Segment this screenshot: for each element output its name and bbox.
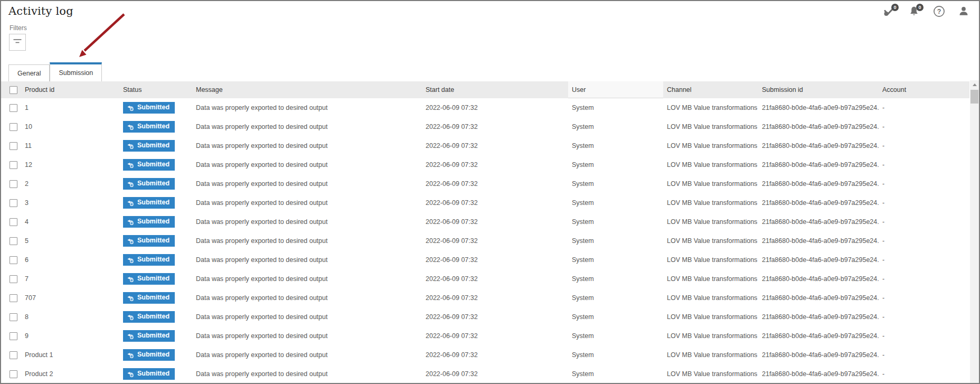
row-checkbox[interactable] (10, 199, 17, 207)
column-header-account[interactable]: Account (879, 86, 969, 93)
table-row: 11SubmittedData was properly exported to… (1, 136, 969, 155)
submitted-send-clock-icon (127, 199, 134, 207)
svg-text:?: ? (937, 7, 941, 15)
cell-user: System (568, 218, 663, 226)
tasks-button[interactable]: 0 (882, 5, 896, 19)
cell-message: Data was properly exported to desired ou… (192, 142, 422, 149)
row-checkbox-cell (1, 256, 21, 264)
row-checkbox[interactable] (10, 180, 17, 188)
submitted-send-clock-icon (127, 218, 134, 226)
row-checkbox[interactable] (10, 370, 17, 378)
cell-product-id: 10 (21, 123, 119, 130)
cell-channel: LOV MB Value transformations ... (663, 351, 758, 359)
page-title: Activity log (8, 5, 73, 17)
cell-submission-id: 21fa8680-b0de-4fa6-a0e9-b97a295e24... (758, 332, 879, 340)
column-header-status[interactable]: Status (119, 86, 192, 93)
scrollbar-thumb[interactable] (970, 90, 978, 104)
tab-submission[interactable]: Submission (50, 62, 102, 81)
row-checkbox[interactable] (10, 104, 17, 112)
cell-product-id: 4 (21, 218, 119, 226)
row-checkbox[interactable] (10, 294, 17, 302)
notifications-button[interactable]: 0 (907, 5, 921, 19)
cell-message: Data was properly exported to desired ou… (192, 275, 422, 283)
table-row: 2SubmittedData was properly exported to … (1, 174, 969, 193)
status-badge: Submitted (123, 102, 175, 114)
cell-product-id: 3 (21, 199, 119, 207)
row-checkbox[interactable] (10, 351, 17, 359)
cell-product-id: 11 (21, 142, 119, 149)
cell-channel: LOV MB Value transformations ... (663, 332, 758, 340)
cell-account: - (879, 123, 969, 130)
cell-user: System (568, 351, 663, 359)
column-header-product-id[interactable]: Product id (21, 86, 119, 93)
status-label: Submitted (137, 256, 169, 264)
tab-bar: General Submission (8, 62, 102, 81)
row-checkbox[interactable] (10, 256, 17, 264)
row-checkbox[interactable] (10, 161, 17, 169)
tab-general-label: General (17, 70, 41, 77)
account-button[interactable] (957, 5, 970, 19)
submitted-send-clock-icon (127, 275, 134, 283)
row-checkbox[interactable] (10, 332, 17, 340)
status-badge: Submitted (123, 178, 175, 190)
cell-user: System (568, 237, 663, 245)
vertical-scrollbar[interactable] (970, 80, 979, 384)
cell-account: - (879, 218, 969, 226)
row-checkbox-cell (1, 218, 21, 226)
column-header-user[interactable]: User (568, 81, 663, 98)
row-checkbox[interactable] (10, 142, 17, 150)
cell-account: - (879, 275, 969, 283)
cell-message: Data was properly exported to desired ou… (192, 332, 422, 340)
status-label: Submitted (137, 313, 169, 321)
cell-start-date: 2022-06-09 07:32 (422, 256, 568, 264)
row-checkbox-cell (1, 199, 21, 207)
table-row: Product 1SubmittedData was properly expo… (1, 345, 969, 364)
column-header-channel[interactable]: Channel (663, 86, 758, 93)
cell-channel: LOV MB Value transformations ... (663, 142, 758, 149)
column-header-start-date[interactable]: Start date (422, 86, 568, 93)
cell-submission-id: 21fa8680-b0de-4fa6-a0e9-b97a295e24... (758, 351, 879, 359)
row-checkbox[interactable] (10, 237, 17, 245)
cell-channel: LOV MB Value transformations ... (663, 370, 758, 378)
cell-account: - (879, 199, 969, 207)
cell-status: Submitted (119, 235, 192, 247)
table-row: 10SubmittedData was properly exported to… (1, 117, 969, 136)
row-checkbox[interactable] (10, 218, 17, 226)
tasks-count-badge: 0 (891, 4, 899, 11)
row-checkbox[interactable] (10, 275, 17, 283)
select-all-checkbox[interactable] (10, 86, 17, 94)
cell-start-date: 2022-06-09 07:32 (422, 294, 568, 302)
cell-status: Submitted (119, 216, 192, 228)
cell-account: - (879, 332, 969, 340)
row-checkbox[interactable] (10, 313, 17, 321)
filter-button[interactable] (9, 34, 26, 51)
cell-user: System (568, 294, 663, 302)
cell-message: Data was properly exported to desired ou… (192, 123, 422, 130)
status-badge: Submitted (123, 140, 175, 152)
cell-message: Data was properly exported to desired ou… (192, 237, 422, 245)
row-checkbox-cell (1, 332, 21, 340)
cell-start-date: 2022-06-09 07:32 (422, 351, 568, 359)
row-checkbox[interactable] (10, 123, 17, 131)
cell-account: - (879, 256, 969, 264)
row-checkbox-cell (1, 313, 21, 321)
cell-submission-id: 21fa8680-b0de-4fa6-a0e9-b97a295e24... (758, 161, 879, 168)
help-button[interactable]: ? (932, 5, 946, 19)
cell-status: Submitted (119, 197, 192, 209)
submitted-send-clock-icon (127, 370, 134, 378)
activity-log-screen: Activity log 0 0 (0, 0, 980, 384)
column-header-submission-id[interactable]: Submission id (758, 86, 879, 93)
column-header-message[interactable]: Message (192, 86, 422, 93)
submitted-send-clock-icon (127, 161, 134, 168)
table-row: 12SubmittedData was properly exported to… (1, 155, 969, 174)
cell-submission-id: 21fa8680-b0de-4fa6-a0e9-b97a295e24... (758, 180, 879, 188)
cell-product-id: 2 (21, 180, 119, 188)
status-badge: Submitted (123, 311, 175, 323)
cell-channel: LOV MB Value transformations ... (663, 275, 758, 283)
submitted-send-clock-icon (127, 123, 134, 130)
tab-general[interactable]: General (8, 64, 50, 81)
cell-account: - (879, 142, 969, 149)
cell-status: Submitted (119, 159, 192, 171)
scrollbar-up-button[interactable] (970, 80, 979, 89)
scroll-up-arrow-icon (973, 83, 977, 86)
